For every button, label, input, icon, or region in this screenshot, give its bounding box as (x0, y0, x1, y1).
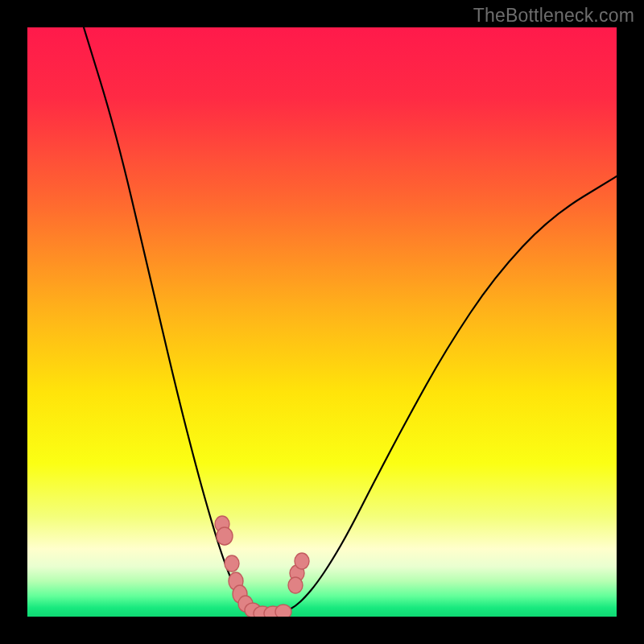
data-markers (215, 516, 309, 617)
data-marker (275, 605, 291, 617)
data-marker (288, 577, 303, 593)
data-marker (225, 555, 239, 572)
data-marker (217, 527, 233, 545)
data-marker (295, 553, 309, 569)
plot-area (27, 27, 617, 617)
watermark-text: TheBottleneck.com (473, 5, 634, 27)
chart-svg (27, 27, 617, 617)
bottleneck-curve (84, 27, 617, 614)
chart-frame: TheBottleneck.com (0, 0, 644, 644)
